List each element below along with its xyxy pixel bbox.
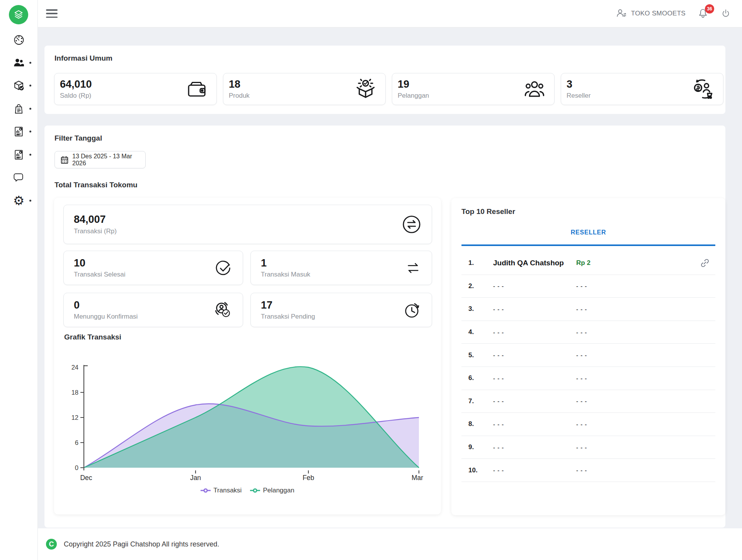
calendar-icon [60, 156, 69, 164]
reseller-rank: 6. [468, 374, 474, 382]
power-icon [720, 8, 731, 19]
person-confirm-icon [213, 300, 233, 320]
top-reseller-title: Top 10 Reseller [461, 207, 515, 216]
tab-reseller[interactable]: RESELLER [451, 229, 725, 236]
transaksi-total-label: Transaksi (Rp) [74, 227, 117, 235]
reseller-exchange-icon [692, 78, 715, 100]
informasi-umum-title: Informasi Umum [54, 54, 112, 63]
y-tick-label: 6 [75, 439, 78, 446]
transaksi-masuk-card: 1 Transaksi Masuk [250, 251, 432, 285]
customers-group-icon [523, 78, 546, 100]
reseller-name: - - - [493, 352, 504, 358]
logout-button[interactable] [720, 8, 731, 19]
sidebar-item-chat[interactable] [0, 166, 37, 189]
reseller-rank: 4. [468, 328, 474, 336]
reseller-row: 5.- - -- - - [461, 344, 715, 367]
chat-icon [13, 171, 25, 183]
topbar-right: TOKO SMOOETS 36 [616, 8, 731, 19]
reseller-label: Reseller [567, 92, 591, 100]
reseller-name: - - - [493, 306, 504, 312]
transaksi-total-value: 84,007 [74, 214, 117, 226]
submenu-dot [29, 200, 31, 202]
tab-underline [461, 244, 715, 246]
reseller-row: 6.- - -- - - [461, 367, 715, 390]
y-tick-labels: 06121824 [71, 364, 78, 471]
transaksi-selesai-card: 10 Transaksi Selesai [63, 251, 243, 285]
stat-card-reseller: 3 Reseller [561, 73, 723, 105]
wallet-icon [186, 78, 208, 100]
store-account-button[interactable]: TOKO SMOOETS [616, 8, 686, 19]
reseller-rank: 5. [468, 351, 474, 359]
reseller-rank: 7. [468, 397, 474, 405]
y-tick-label: 18 [71, 389, 78, 396]
date-range-value: 13 Des 2025 - 13 Mar 2026 [72, 153, 145, 167]
x-tick-labels: DecJanFebMar [80, 474, 423, 481]
reseller-value: - - - [576, 375, 587, 382]
sidebar-item-report-2[interactable] [0, 143, 37, 166]
reseller-link-icon[interactable] [700, 258, 710, 268]
reseller-rank: 10. [468, 467, 478, 474]
stat-card-produk: 18 Produk [223, 73, 386, 105]
submenu-dot [29, 62, 31, 64]
sidebar: ⚙ [0, 0, 38, 560]
menunggu-konfirmasi-card: 0 Menunggu Konfirmasi [63, 293, 243, 327]
reseller-value: - - - [576, 467, 587, 473]
reseller-row: 4.- - -- - - [461, 321, 715, 344]
transaksi-masuk-label: Transaksi Masuk [261, 271, 310, 278]
transaksi-pending-card: 17 Transaksi Pending [250, 293, 432, 327]
report-document-icon [13, 126, 25, 137]
reseller-name: - - - [493, 398, 504, 404]
reseller-value: - - - [576, 444, 587, 451]
menunggu-konfirmasi-value: 0 [74, 299, 138, 311]
sidebar-item-customers[interactable] [0, 51, 37, 75]
sidebar-item-products[interactable] [0, 74, 37, 97]
notifications-button[interactable]: 36 [697, 8, 709, 19]
dashboard-page: ⚙ TOKO SMOOETS [0, 0, 742, 560]
reseller-name: - - - [493, 375, 504, 382]
y-tick-label: 0 [75, 464, 78, 471]
notification-badge: 36 [705, 4, 714, 14]
reseller-row: 7.- - -- - - [461, 390, 715, 413]
hamburger-menu-button[interactable] [46, 9, 58, 18]
x-tick-label: Mar [412, 474, 423, 481]
topbar: TOKO SMOOETS 36 [37, 0, 742, 27]
reseller-row: 10.- - -- - - [461, 459, 715, 482]
reseller-rank: 3. [468, 305, 474, 313]
top-reseller-panel: Top 10 Reseller RESELLER 1.Judith QA Cha… [451, 198, 725, 515]
reseller-row: 8.- - -- - - [461, 413, 715, 436]
x-tick-label: Feb [303, 474, 314, 481]
transactions-panel: 84,007 Transaksi (Rp) 10 Transaksi Seles… [54, 198, 441, 514]
sidebar-item-dashboard[interactable] [0, 28, 37, 51]
submenu-dot [29, 131, 31, 132]
legend-label: Pelanggan [263, 487, 294, 494]
legend-item-transaksi[interactable]: Transaksi [201, 487, 242, 494]
clock-pending-icon [403, 301, 422, 319]
main-card: Filter Tanggal 13 Des 2025 - 13 Mar 2026… [44, 126, 725, 528]
reseller-rank: 8. [468, 420, 474, 428]
reseller-value: - - - [576, 398, 587, 404]
produk-label: Produk [229, 92, 250, 100]
reseller-name: - - - [493, 421, 504, 428]
sidebar-menu: ⚙ [0, 28, 37, 212]
sidebar-item-report-1[interactable] [0, 120, 37, 143]
y-tick-label: 12 [71, 414, 78, 421]
x-tick-label: Jan [190, 474, 201, 481]
customers-icon [12, 56, 25, 69]
reseller-name: - - - [493, 467, 504, 473]
sidebar-item-settings[interactable]: ⚙ [0, 189, 37, 212]
reseller-value: - - - [576, 306, 587, 312]
saldo-label: Saldo (Rp) [60, 92, 92, 100]
transfer-arrows-icon [405, 260, 422, 277]
reseller-name: - - - [493, 329, 504, 336]
reseller-row: 1.Judith QA ChatshopRp 2 [461, 252, 715, 275]
reseller-value: - - - [576, 352, 587, 358]
swap-circle-icon [402, 214, 422, 234]
brand-logo[interactable] [9, 5, 28, 24]
submenu-dot [29, 85, 31, 87]
reseller-value: 3 [567, 78, 591, 90]
copyright-text: Copyright 2025 Pagii Chatshop All rights… [64, 540, 219, 548]
date-range-button[interactable]: 13 Des 2025 - 13 Mar 2026 [54, 151, 146, 168]
sidebar-item-orders[interactable] [0, 97, 37, 120]
grafik-transaksi-title: Grafik Transaksi [64, 333, 121, 341]
legend-item-pelanggan[interactable]: Pelanggan [250, 487, 294, 494]
